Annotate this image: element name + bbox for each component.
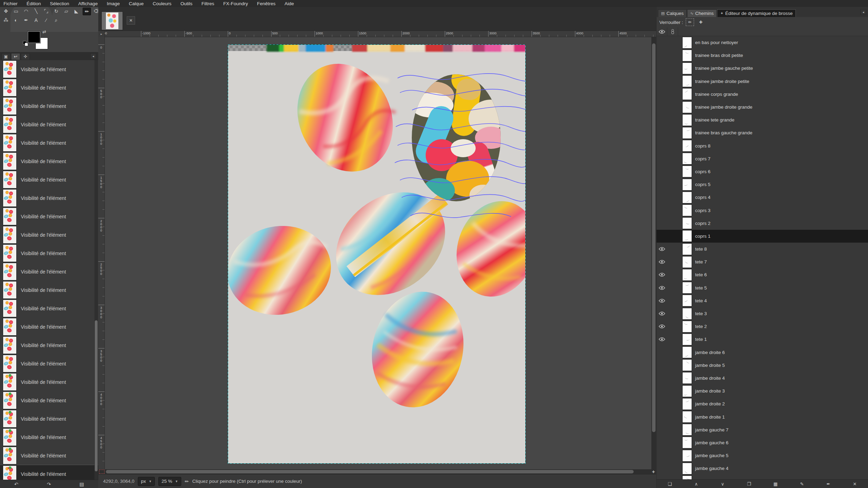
path-row[interactable]: jambe gauche 7 [657, 423, 868, 436]
undo-history-item[interactable]: Visibilité de l'élément [0, 60, 98, 78]
undo-history-item[interactable]: Visibilité de l'élément [0, 262, 98, 281]
lock-strokes-icon[interactable]: ✏ [686, 18, 694, 26]
path-row[interactable]: jambe droite 2 [657, 397, 868, 410]
path-row[interactable]: tete 8 [657, 243, 868, 255]
path-row[interactable]: trainee bras droit petite [657, 49, 868, 62]
visibility-toggle[interactable] [657, 234, 667, 238]
undo-button[interactable]: ↶ [14, 481, 18, 487]
tab-chemins[interactable]: ∿Chemins [687, 9, 717, 17]
visibility-toggle[interactable] [657, 208, 667, 213]
tab-editeur-dynamique[interactable]: ✦Éditeur de dynamique de brosse [717, 9, 796, 17]
zoom-dropdown[interactable]: 25 %▼ [158, 477, 181, 486]
image-tab[interactable] [101, 11, 123, 30]
ruler-corner-button[interactable]: ▸ [98, 31, 105, 37]
undo-history-item[interactable]: Visibilité de l'élément [0, 207, 98, 226]
path-row[interactable]: en bas pour nettoyer [657, 36, 868, 49]
device-status-tab[interactable]: ▣ [1, 53, 10, 60]
undo-history-item[interactable]: Visibilité de l'élément [0, 318, 98, 336]
foreground-color-swatch[interactable] [28, 31, 40, 43]
undo-history-item[interactable]: Visibilité de l'élément [0, 170, 98, 189]
path-row[interactable]: trainee bras gauche grande [657, 126, 868, 139]
color-picker-tool[interactable]: ∕ [42, 17, 50, 24]
selection-to-path-button[interactable]: ✎ [798, 481, 806, 487]
collapse-dock-icon[interactable]: ◂ [90, 53, 96, 59]
undo-history-item[interactable]: Visibilité de l'élément [0, 115, 98, 134]
visibility-toggle[interactable] [657, 118, 667, 122]
visibility-column-icon[interactable] [657, 27, 667, 36]
visibility-toggle[interactable] [657, 440, 667, 445]
free-select-tool[interactable]: ◠ [22, 8, 30, 15]
visibility-toggle[interactable] [657, 415, 667, 419]
undo-history-item[interactable]: Visibilité de l'élément [0, 391, 98, 410]
bucket-fill-tool[interactable]: ◣ [73, 8, 80, 15]
path-row[interactable]: coprs 2 [657, 217, 868, 230]
eraser-tool[interactable]: ⌫ [93, 8, 98, 15]
visibility-toggle[interactable] [657, 453, 667, 458]
path-row[interactable]: tete 4 [657, 294, 868, 307]
tab-calques[interactable]: ▤Calques [658, 9, 687, 17]
undo-history-item[interactable]: Visibilité de l'élément [0, 97, 98, 115]
menu-aide[interactable]: Aide [285, 1, 294, 6]
visibility-toggle[interactable] [657, 376, 667, 380]
unit-dropdown[interactable]: px▼ [138, 477, 155, 486]
menu-couleurs[interactable]: Couleurs [153, 1, 172, 6]
lock-position-icon[interactable]: ✚ [697, 19, 704, 26]
undo-history-item[interactable]: Visibilité de l'élément [0, 152, 98, 170]
visibility-toggle[interactable] [657, 298, 667, 303]
text-tool[interactable]: A [32, 17, 40, 24]
visibility-toggle[interactable] [657, 311, 667, 316]
path-row[interactable]: coprs 7 [657, 152, 868, 165]
move-tool[interactable]: ✥ [2, 8, 10, 15]
undo-history-item[interactable]: Visibilité de l'élément [0, 134, 98, 152]
default-colors-icon[interactable] [23, 41, 28, 46]
visibility-toggle[interactable] [657, 247, 667, 251]
undo-history-item[interactable]: Visibilité de l'élément [0, 244, 98, 262]
undo-history-item[interactable]: Visibilité de l'élément [0, 373, 98, 391]
path-row[interactable]: jambe droite 4 [657, 372, 868, 385]
visibility-toggle[interactable] [657, 182, 667, 187]
path-row[interactable]: tete 7 [657, 255, 868, 268]
undo-history-item[interactable]: Visibilité de l'élément [0, 336, 98, 354]
path-row[interactable]: trainee jambe gauche petite [657, 62, 868, 75]
visibility-toggle[interactable] [657, 92, 667, 96]
visibility-toggle[interactable] [657, 389, 667, 393]
visibility-toggle[interactable] [657, 363, 667, 368]
path-row[interactable]: jambe gauche 6 [657, 436, 868, 449]
path-row[interactable]: coprs 1 [657, 230, 868, 243]
visibility-toggle[interactable] [657, 272, 667, 277]
menu-fen-tres[interactable]: Fenêtres [257, 1, 275, 6]
ink-tool[interactable]: ✒ [22, 17, 30, 24]
path-row[interactable]: trainee jambe droite petite [657, 75, 868, 88]
visibility-toggle[interactable] [657, 324, 667, 329]
perspective-tool[interactable]: ▱ [62, 8, 70, 15]
path-row[interactable]: jambe gauche 5 [657, 449, 868, 462]
undo-history-item[interactable]: Visibilité de l'élément [0, 299, 98, 318]
path-row[interactable]: jambe droite 6 [657, 346, 868, 359]
close-image-icon[interactable]: ✕ [127, 16, 135, 25]
path-row[interactable]: coprs 3 [657, 204, 868, 217]
visibility-toggle[interactable] [657, 144, 667, 148]
undo-history-item[interactable]: Visibilité de l'élément [0, 465, 98, 480]
path-row[interactable]: jambe gauche 4 [657, 462, 868, 475]
menu-outils[interactable]: Outils [181, 1, 193, 6]
measure-tool[interactable]: ╲ [32, 8, 40, 15]
visibility-toggle[interactable] [657, 169, 667, 174]
path-row[interactable]: tete 5 [657, 281, 868, 294]
undo-history-item[interactable]: Visibilité de l'élément [0, 78, 98, 97]
menu-affichage[interactable]: Affichage [78, 1, 98, 6]
chain-column-icon[interactable] [667, 27, 678, 36]
path-row[interactable]: coprs 8 [657, 140, 868, 152]
visibility-toggle[interactable] [657, 195, 667, 200]
undo-history-tab[interactable]: ↩ [11, 53, 20, 60]
delete-path-button[interactable]: ✕ [851, 481, 859, 487]
redo-button[interactable]: ↷ [47, 481, 51, 487]
path-row[interactable]: jambe gauche 3 [657, 475, 868, 479]
visibility-toggle[interactable] [657, 79, 667, 84]
undo-history-list[interactable]: Visibilité de l'élément Visibilité de l'… [0, 60, 98, 480]
visibility-toggle[interactable] [657, 221, 667, 226]
undo-history-item[interactable]: Visibilité de l'élément [0, 428, 98, 446]
menu-fichier[interactable]: Fichier [3, 1, 18, 6]
crop-tool[interactable]: ⌜⌟ [42, 8, 50, 15]
paths-list[interactable]: en bas pour nettoyer trainee bras droit … [657, 36, 868, 479]
zoom-tool[interactable]: ⌕ [52, 17, 60, 24]
